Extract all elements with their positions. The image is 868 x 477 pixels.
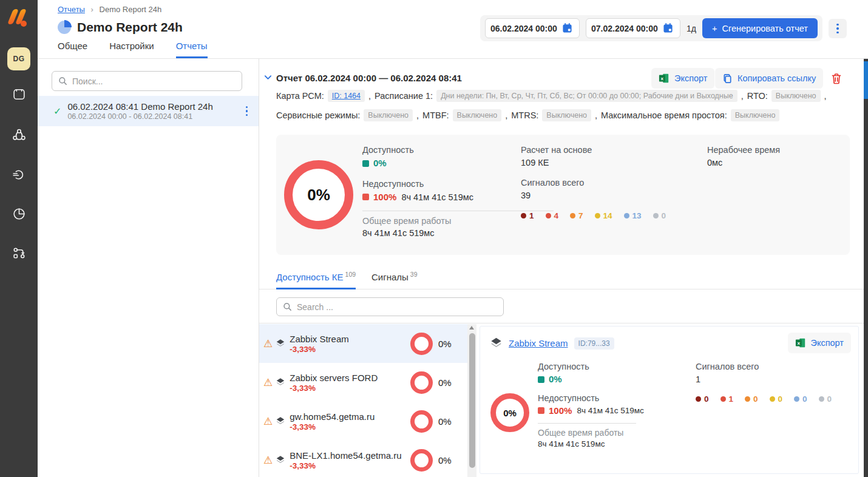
ke-name: Zabbix Stream <box>290 334 410 344</box>
signal-count: 0 <box>770 393 783 404</box>
service-modes-badge: Выключено <box>364 109 413 121</box>
collapse-chevron-icon[interactable] <box>263 73 273 82</box>
warning-icon: ⚠ <box>263 455 273 465</box>
date-to-field[interactable] <box>586 18 680 38</box>
pie-chart-icon[interactable] <box>12 206 27 222</box>
breadcrumb: Отчеты › Demo Report 24h <box>58 5 161 14</box>
unavailability-label: Недоступность <box>538 393 644 403</box>
page-header: Отчеты › Demo Report 24h Demo Report 24h… <box>38 0 868 59</box>
severity-dot <box>696 396 701 402</box>
ke-availability-ring <box>410 410 433 433</box>
date-from-input[interactable] <box>490 24 558 33</box>
ke-delta: -3,33% <box>290 461 410 470</box>
reports-search[interactable] <box>52 71 242 91</box>
app-rail: DG <box>0 0 38 477</box>
unavailability-time: 8ч 41м 41с 519мс <box>401 192 473 202</box>
ke-export-button[interactable]: x Экспорт <box>788 333 851 353</box>
basis-label: Расчет на основе <box>521 145 666 155</box>
plus-icon: + <box>712 24 717 33</box>
page-scrollbar[interactable] <box>864 59 868 477</box>
ke-search[interactable] <box>276 297 504 316</box>
ke-availability-ring <box>410 333 433 355</box>
tab-reports[interactable]: Отчеты <box>176 41 208 58</box>
ke-list-item[interactable]: ⚠ Zabbix Stream-3,33% 0% <box>259 324 467 363</box>
ke-delta: -3,33% <box>290 345 410 354</box>
scrollbar-thumb[interactable] <box>864 61 868 99</box>
ke-search-row <box>259 290 864 323</box>
reports-search-input[interactable] <box>72 76 236 86</box>
network-icon[interactable] <box>12 127 27 143</box>
ke-list-item[interactable]: ⚠ BNE-LX1.home54.getma.ru-3,33% 0% <box>259 441 467 477</box>
scroll-up-arrow[interactable] <box>469 326 474 330</box>
report-item-more-button[interactable] <box>243 104 251 119</box>
total-time-label: Общее время работы <box>538 428 644 438</box>
ke-availability-percent: 0% <box>438 416 464 427</box>
report-list-item[interactable]: ✓ 06.02.2024 08:41 Demo Report 24h 06.02… <box>38 96 259 126</box>
calendar-icon[interactable] <box>562 23 572 33</box>
severity-dot <box>521 213 526 218</box>
copy-link-button[interactable]: Копировать ссылку <box>715 68 823 89</box>
ke-detail-name-link[interactable]: Zabbix Stream <box>509 338 568 348</box>
trash-icon <box>831 73 842 84</box>
excel-icon: x <box>795 337 806 348</box>
copy-icon <box>722 73 733 84</box>
availability-value: 0% <box>549 374 562 384</box>
layers-icon <box>276 377 285 387</box>
max-downtime-badge: Выключено <box>731 109 780 121</box>
workflow-icon[interactable] <box>12 246 27 261</box>
layers-icon <box>490 337 503 350</box>
ke-search-input[interactable] <box>297 302 497 312</box>
availability-label: Доступность <box>538 362 644 371</box>
generate-report-button[interactable]: + Сгенерировать отчет <box>702 18 818 38</box>
report-title: Отчет 06.02.2024 00:00 — 06.02.2024 08:4… <box>276 73 462 83</box>
severity-dot <box>624 213 629 218</box>
ke-availability-ring <box>410 449 433 472</box>
ke-list-scrollbar[interactable] <box>467 324 476 477</box>
signal-count: 13 <box>624 210 642 221</box>
severity-dot <box>819 396 824 402</box>
ke-list-item[interactable]: ⚠ gw.home54.getma.ru-3,33% 0% <box>259 402 467 441</box>
total-time-value: 8ч 41м 41с 519мс <box>538 439 644 448</box>
ke-delta: -3,33% <box>290 384 410 393</box>
user-avatar[interactable]: DG <box>7 47 30 70</box>
date-to-input[interactable] <box>591 24 659 33</box>
report-period-controls: 1д + Сгенерировать отчет <box>480 15 822 41</box>
rsm-map-id-link[interactable]: ID: 1464 <box>328 90 365 102</box>
search-icon <box>283 302 292 311</box>
ke-name: BNE-LX1.home54.getma.ru <box>290 450 410 461</box>
ke-availability-percent: 0% <box>438 339 464 349</box>
layers-icon <box>276 416 285 426</box>
app-logo-icon[interactable] <box>8 8 31 27</box>
delete-report-button[interactable] <box>827 68 846 89</box>
availability-legend-square <box>538 376 544 383</box>
scrollbar-thumb[interactable] <box>469 333 475 468</box>
calendar-icon[interactable] <box>663 23 673 33</box>
tab-count-badge: 109 <box>345 271 356 278</box>
report-item-subtitle: 06.02.2024 00:00 - 06.02.2024 08:41 <box>67 112 237 121</box>
unavailability-legend-square <box>538 407 544 414</box>
stream-icon[interactable] <box>12 167 27 182</box>
signal-severity-counts: 0 1 0 0 0 0 <box>696 393 832 404</box>
layers-icon <box>276 455 285 465</box>
signal-count: 0 <box>653 210 666 221</box>
header-more-button[interactable] <box>829 19 847 38</box>
ke-list-item[interactable]: ⚠ Zabbix servers FORD-3,33% 0% <box>259 363 467 402</box>
mtbf-badge: Выключено <box>453 109 502 121</box>
signal-count: 0 <box>745 393 758 404</box>
signal-count: 1 <box>721 393 734 404</box>
report-item-title: 06.02.2024 08:41 Demo Report 24h <box>67 101 237 112</box>
unavailability-value: 100% <box>549 405 572 416</box>
tab-signals[interactable]: Сигналы39 <box>371 271 418 289</box>
date-from-field[interactable] <box>485 18 580 38</box>
breadcrumb-root-link[interactable]: Отчеты <box>58 5 85 14</box>
tab-general[interactable]: Общее <box>58 41 87 58</box>
ke-name: gw.home54.getma.ru <box>290 411 410 422</box>
availability-legend-square <box>362 160 369 167</box>
unavailability-legend-square <box>362 194 369 200</box>
tab-ke-availability[interactable]: Доступность КЕ109 <box>276 271 356 289</box>
workspace-icon[interactable] <box>12 87 27 102</box>
signal-count: 0 <box>696 393 709 404</box>
severity-dot <box>794 396 799 402</box>
tab-settings[interactable]: Настройки <box>109 41 154 58</box>
export-button[interactable]: x Экспорт <box>651 68 714 89</box>
